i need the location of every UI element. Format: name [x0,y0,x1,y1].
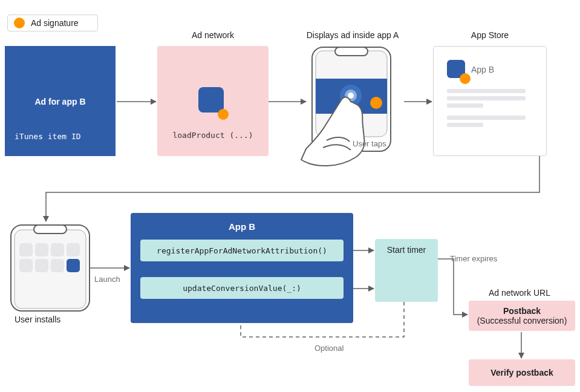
svg-rect-16 [19,259,33,272]
timer-box: Start timer [375,239,438,302]
svg-rect-10 [34,225,67,234]
legend-label: Ad signature [31,18,79,28]
svg-rect-1 [316,51,387,137]
app-store-app-label: App B [471,65,494,74]
user-installs-caption: User installs [15,315,60,324]
optional-label: Optional [314,344,344,353]
verify-postback-label: Verify postback [490,368,553,377]
svg-rect-8 [11,225,90,311]
loadproduct-code: loadProduct (...) [157,131,269,140]
svg-rect-9 [15,230,86,309]
ad-signature-dot-icon [218,109,229,120]
user-taps-caption: User taps [353,139,386,148]
svg-rect-0 [312,47,391,151]
svg-rect-17 [35,259,48,272]
ad-signature-dot-phoneA [370,97,382,109]
ad-for-app-b-box: Ad for app B iTunes item ID [5,46,116,156]
svg-point-7 [348,93,354,99]
postback-title: Postback [503,306,541,316]
postback-box: Postback (Successful conversion) [469,301,575,331]
ad-box-title: Ad for app B [5,97,116,106]
svg-rect-18 [51,259,64,272]
ad-network-url-header: Ad network URL [489,288,550,298]
timer-expires-label: Timer expires [450,254,497,263]
postback-subtitle: (Successful conversion) [477,316,567,325]
ad-signature-dot-icon [14,18,25,28]
ad-signature-dot-icon [460,73,471,84]
svg-rect-19 [67,259,80,272]
svg-point-5 [340,85,362,106]
arrow-timer-to-postback [438,259,468,315]
ad-box-subtitle: iTunes item ID [15,132,81,141]
svg-rect-11 [35,227,65,232]
app-b-box: App B registerAppForAdNetworkAttribution… [131,213,353,323]
launch-label: Launch [94,275,120,284]
app-icon [198,87,224,113]
app-store-box: App B [433,46,547,156]
display-header: Displays ad inside app A [296,30,409,40]
api-update-pill: updateConversionValue(_:) [140,277,344,299]
svg-rect-4 [316,79,387,114]
verify-postback-box: Verify postback [469,359,575,386]
svg-rect-15 [67,243,80,256]
phone-b-graphic [11,225,90,311]
svg-rect-3 [336,49,367,54]
svg-rect-13 [35,243,48,256]
app-b-title: App B [131,221,353,232]
svg-rect-12 [19,243,33,256]
svg-rect-14 [51,243,64,256]
app-store-header: App Store [466,30,514,40]
svg-point-6 [345,90,357,102]
ad-network-header: Ad network [181,30,244,40]
api-register-pill: registerAppForAdNetworkAttribution() [140,240,344,261]
legend-ad-signature: Ad signature [7,15,98,31]
svg-rect-2 [335,47,368,56]
timer-title: Start timer [375,239,438,255]
ad-network-box: loadProduct (...) [157,46,269,156]
arrow-store-to-install [46,156,539,221]
